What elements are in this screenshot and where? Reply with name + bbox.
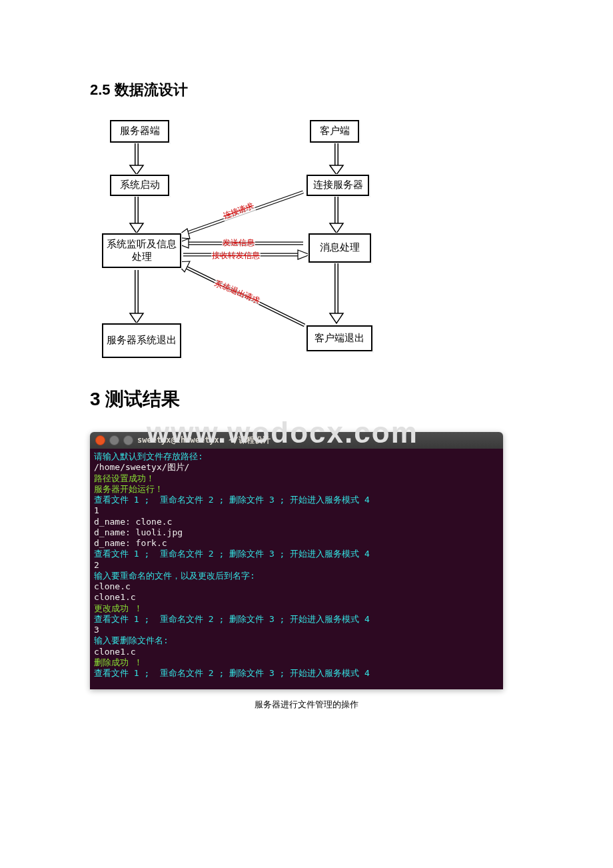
- terminal-line: 路径设置成功！: [94, 473, 499, 484]
- terminal-line: 1: [94, 505, 499, 516]
- terminal-line: 查看文件 1 ; 重命名文件 2 ; 删除文件 3 ; 开始进入服务模式 4: [94, 495, 499, 505]
- terminal-line: 输入要重命名的文件，以及更改后到名字:: [94, 571, 499, 581]
- box-server-side: 服务器端: [110, 120, 169, 143]
- box-server-exit: 服务器系统退出: [102, 323, 181, 358]
- terminal-window: sweetyx@zhsweetyx: ~/课程设计 请输入默认到文件存放路径:/…: [90, 432, 503, 689]
- close-icon[interactable]: [95, 435, 105, 445]
- label-exit-request: 系统退出请求: [213, 277, 263, 307]
- terminal-title-text: sweetyx@zhsweetyx: ~/课程设计: [137, 435, 271, 446]
- terminal-line: 删除成功 ！: [94, 657, 499, 668]
- terminal-line: clone.c: [94, 581, 499, 592]
- section-2-5-heading: 2.5 数据流设计: [90, 80, 523, 100]
- terminal-line: 查看文件 1 ; 重命名文件 2 ; 删除文件 3 ; 开始进入服务模式 4: [94, 668, 499, 679]
- box-system-start: 系统启动: [110, 175, 169, 196]
- terminal-line: 查看文件 1 ; 重命名文件 2 ; 删除文件 3 ; 开始进入服务模式 4: [94, 549, 499, 559]
- terminal-line: 请输入默认到文件存放路径:: [94, 451, 499, 462]
- section-3-heading: 3 测试结果: [90, 387, 523, 412]
- terminal-body[interactable]: 请输入默认到文件存放路径:/home/sweetyx/图片/路径设置成功！服务器…: [90, 449, 503, 689]
- terminal-line: 输入要删除文件名:: [94, 635, 499, 646]
- box-client-exit: 客户端退出: [306, 325, 372, 351]
- terminal-line: d_name: fork.c: [94, 538, 499, 549]
- box-connect-server: 连接服务器: [306, 175, 369, 196]
- terminal-line: /home/sweetyx/图片/: [94, 462, 499, 473]
- terminal-line: 服务器开始运行！: [94, 484, 499, 495]
- terminal-line: 2: [94, 560, 499, 571]
- terminal-titlebar: sweetyx@zhsweetyx: ~/课程设计: [90, 432, 503, 449]
- maximize-icon[interactable]: [123, 435, 133, 445]
- label-connect-request: 连接请求: [221, 200, 257, 222]
- box-client-side: 客户端: [310, 120, 359, 143]
- terminal-line: d_name: clone.c: [94, 517, 499, 527]
- label-recv-forward: 接收转发信息: [211, 250, 261, 261]
- screenshot-caption: 服务器进行文件管理的操作: [90, 699, 523, 711]
- terminal-line: 更改成功 ！: [94, 603, 499, 614]
- dataflow-diagram: 服务器端 客户端 系统启动 连接服务器 系统监听及信息处理 消息处理 服务器系统…: [97, 120, 390, 367]
- label-send-info: 发送信息: [222, 237, 255, 249]
- terminal-line: 查看文件 1 ; 重命名文件 2 ; 删除文件 3 ; 开始进入服务模式 4: [94, 614, 499, 625]
- terminal-line: 3: [94, 625, 499, 635]
- box-listen-process: 系统监听及信息处理: [102, 233, 181, 268]
- terminal-line: clone1.c: [94, 647, 499, 657]
- box-message-process: 消息处理: [308, 233, 371, 263]
- terminal-line: clone1.c: [94, 592, 499, 603]
- terminal-line: d_name: luoli.jpg: [94, 527, 499, 538]
- minimize-icon[interactable]: [109, 435, 119, 445]
